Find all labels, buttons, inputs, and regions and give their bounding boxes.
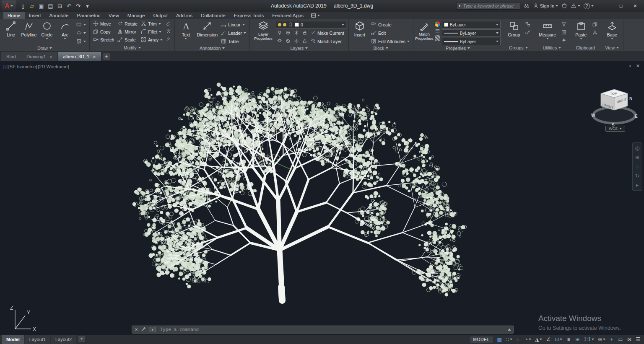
ribbon-display-toggle[interactable] <box>308 12 323 19</box>
ortho-toggle[interactable]: ∟ <box>514 336 523 343</box>
panel-footer-annotation[interactable]: Annotation <box>175 45 249 51</box>
rectangle-button[interactable] <box>75 21 87 28</box>
panel-footer-properties[interactable]: Properties <box>413 45 503 51</box>
redo-button[interactable]: ↷ <box>74 1 83 10</box>
fillet-button[interactable]: Fillet <box>140 28 164 36</box>
panel-footer-draw[interactable]: Draw <box>0 45 89 51</box>
autodesk-app-store-icon[interactable] <box>561 3 567 9</box>
command-input[interactable] <box>159 326 505 333</box>
viewport-view-menu[interactable]: [SE Isometric] <box>8 64 37 69</box>
close-tab-icon[interactable] <box>93 54 96 59</box>
save-button[interactable]: ▣ <box>37 1 46 10</box>
full-navigation-wheel-icon[interactable]: ◎ <box>635 145 639 151</box>
create-block-button[interactable]: Create <box>370 21 411 28</box>
line-button[interactable]: Line <box>2 20 20 45</box>
file-tab-start[interactable]: Start <box>1 52 21 61</box>
application-menu-button[interactable]: A <box>2 0 16 11</box>
lineweight-combo[interactable]: ByLayer <box>442 38 501 45</box>
text-button[interactable]: A Text <box>177 20 195 45</box>
quick-select-button[interactable] <box>560 21 568 28</box>
mirror-button[interactable]: Mirror <box>116 28 139 36</box>
viewcube[interactable]: W S E N TOP FRONT RIGHT <box>590 81 640 130</box>
copy-clip-button[interactable] <box>591 21 599 28</box>
lineweight-toggle[interactable]: ≡ <box>564 336 573 343</box>
linear-dimension-button[interactable]: Linear <box>220 21 247 28</box>
dimension-button[interactable]: Dimension <box>196 20 218 45</box>
ribbon-tab[interactable]: Insert <box>25 12 45 19</box>
stretch-button[interactable]: Stretch <box>92 36 115 44</box>
new-drawing-tab-button[interactable]: + <box>103 53 110 60</box>
measure-button[interactable]: Measure <box>536 20 559 44</box>
color-wheel-icon[interactable] <box>434 21 441 27</box>
customization-button[interactable]: ☰ <box>634 336 642 343</box>
grid-toggle[interactable]: ▦ <box>495 336 504 343</box>
annotation-scale-button[interactable]: 1:1 <box>582 336 596 343</box>
viewport-controls-menu[interactable]: [-] <box>3 64 8 69</box>
help-search-box[interactable] <box>457 2 520 10</box>
polar-tracking-toggle[interactable]: ◔ <box>523 336 533 343</box>
make-current-button[interactable]: Make Current <box>309 29 345 37</box>
compass-east[interactable]: E <box>635 114 638 119</box>
close-button[interactable]: ✕ <box>628 0 642 11</box>
open-file-button[interactable]: ▱ <box>28 1 36 10</box>
wcs-menu[interactable]: WCS <box>605 126 625 132</box>
ucs-icon[interactable]: Z Y X <box>3 303 42 333</box>
close-tab-icon[interactable] <box>49 54 53 59</box>
panel-footer-modify[interactable]: Modify <box>90 44 174 51</box>
annotation-monitor-toggle[interactable]: + <box>608 336 616 343</box>
wrench-icon[interactable] <box>141 327 146 333</box>
table-button[interactable]: Table <box>220 38 247 45</box>
layer-unlock-button[interactable] <box>301 38 309 45</box>
drawing-viewport[interactable]: [-] [SE Isometric] [2D Wireframe] ─ ▫ ✕ … <box>0 61 644 335</box>
new-file-button[interactable]: ▯ <box>18 1 27 10</box>
trim-button[interactable]: Trim <box>140 20 164 28</box>
model-tab[interactable]: Model <box>2 335 24 344</box>
orbit-icon[interactable]: ↻ <box>635 173 640 178</box>
ribbon-tab[interactable]: Featured Apps <box>268 12 308 19</box>
minimize-button[interactable]: ─ <box>600 0 614 11</box>
ribbon-tab[interactable]: Home <box>3 12 25 19</box>
group-button[interactable]: Group <box>505 20 523 44</box>
new-layout-button[interactable]: + <box>78 336 85 342</box>
viewport-visual-style-menu[interactable]: [2D Wireframe] <box>38 64 69 69</box>
properties-list-icon[interactable] <box>435 28 440 34</box>
ribbon-tab[interactable]: Annotate <box>45 12 73 19</box>
pan-icon[interactable]: ⊕ <box>635 155 640 160</box>
command-line[interactable]: ✕ <box>132 326 514 334</box>
ribbon-tab[interactable]: Manage <box>123 12 149 19</box>
paste-button[interactable]: Paste <box>572 20 590 44</box>
group-edit-button[interactable] <box>524 29 532 36</box>
command-customize-icon[interactable] <box>149 327 156 332</box>
showmotion-icon[interactable]: ▸ <box>636 182 639 188</box>
edit-polyline-button[interactable] <box>165 35 172 42</box>
panel-footer-clipboard[interactable]: Clipboard <box>570 44 601 51</box>
layer-on-button[interactable] <box>276 38 283 45</box>
file-tab-drawing1[interactable]: Drawing1 <box>21 52 57 61</box>
ungroup-button[interactable] <box>524 21 532 28</box>
stay-connected-button[interactable] <box>571 3 580 9</box>
transparency-icon[interactable] <box>435 35 440 41</box>
compass-west[interactable]: W <box>591 113 595 118</box>
explode-button[interactable] <box>165 28 172 35</box>
compass-north[interactable]: N <box>629 96 632 101</box>
base-view-button[interactable]: Base <box>603 20 621 44</box>
erase-button[interactable] <box>165 20 172 27</box>
model-space-button[interactable]: MODEL <box>470 336 493 343</box>
hatch-button[interactable] <box>75 38 87 45</box>
layer-lock-button[interactable] <box>301 30 309 37</box>
viewport-restore-button[interactable]: ▫ <box>629 63 631 69</box>
viewport-close-button[interactable]: ✕ <box>636 63 640 69</box>
isometric-drafting-toggle[interactable]: ◮ <box>533 336 544 343</box>
ribbon-tab[interactable]: Collaborate <box>197 12 230 19</box>
layout2-tab[interactable]: Layout2 <box>51 335 76 344</box>
object-color-combo[interactable]: ByLayer <box>442 21 501 28</box>
object-snap-toggle[interactable]: ⊡ <box>553 336 564 343</box>
panel-footer-groups[interactable]: Groups <box>503 44 534 51</box>
scale-button[interactable]: Scale <box>116 36 139 44</box>
save-as-button[interactable]: ▤ <box>46 1 55 10</box>
circle-button[interactable]: Circle <box>38 20 56 45</box>
sign-in-button[interactable]: Sign In <box>533 3 558 9</box>
layer-select-combo[interactable]: 0 <box>276 21 346 28</box>
command-close-icon[interactable]: ✕ <box>135 327 138 332</box>
ellipse-button[interactable] <box>75 29 87 37</box>
